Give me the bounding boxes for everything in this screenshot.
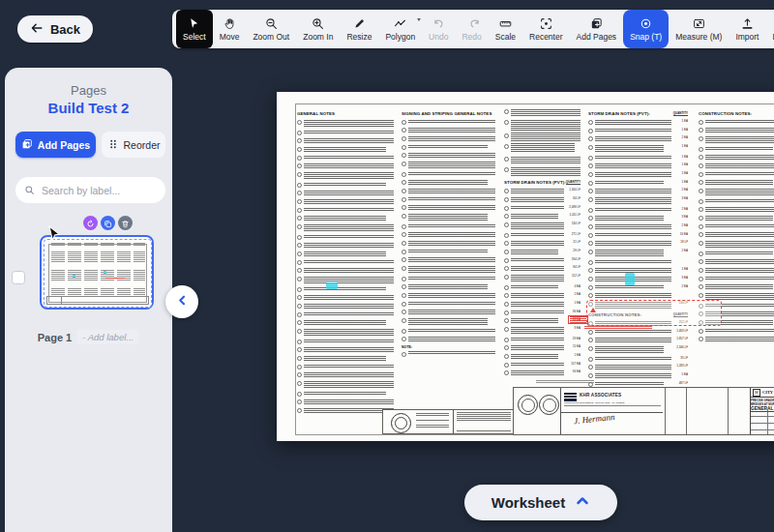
- note-row: [297, 138, 394, 144]
- document-sheet[interactable]: GENERAL NOTES SIGNING AND STRIPING GENER…: [277, 92, 774, 441]
- reorder-button-label: Reorder: [124, 139, 161, 151]
- search-box[interactable]: [15, 177, 165, 203]
- toolbar-item-label: Import: [735, 32, 759, 42]
- ruler-icon: [499, 16, 512, 31]
- note-row: 1 EA: [588, 129, 688, 133]
- page-thumbnail[interactable]: [40, 235, 154, 310]
- cyan-highlight-annotation[interactable]: [625, 273, 635, 285]
- note-row: [402, 318, 495, 326]
- note-row: [402, 172, 495, 177]
- search-input[interactable]: [40, 184, 157, 197]
- page-label-row: Page 1 - Add label...: [5, 330, 172, 344]
- note-row: [297, 208, 394, 213]
- notes-column-storm-drain-2: STORM DRAIN NOTES (PVT):QUANTITY1 EA1 EA…: [588, 109, 688, 423]
- page-select-checkbox[interactable]: [12, 271, 25, 284]
- note-row: [699, 216, 774, 222]
- note-row: [699, 241, 774, 249]
- toolbar-item-label: Measure (M): [675, 32, 722, 42]
- note-row: 1 EA: [588, 172, 688, 178]
- measure-icon: [693, 16, 705, 31]
- note-row: 84 LF: [504, 266, 580, 272]
- thumbnail-actions: [83, 216, 133, 230]
- back-button-label: Back: [50, 22, 80, 37]
- note-row: [699, 329, 774, 334]
- grid-dots-icon: [107, 138, 119, 152]
- snap-icon: [640, 16, 652, 31]
- agency-block: M CITY OF MURRIETA PRECISE GRADING & DRA…: [750, 388, 774, 434]
- thumbnail-delete-button[interactable]: [118, 216, 133, 230]
- note-row: [297, 312, 394, 317]
- chevron-left-icon: [175, 293, 190, 311]
- zoom-in-icon: [312, 16, 324, 31]
- note-row: [297, 399, 394, 405]
- cursor-icon: [188, 16, 200, 31]
- recenter-icon: [540, 16, 552, 31]
- toolbar-item-resize[interactable]: Resize: [340, 10, 378, 48]
- note-row: 8 EA: [504, 327, 580, 335]
- note-row: 157 EA: [504, 363, 580, 368]
- note-row: 1,463 LF: [588, 330, 688, 335]
- page-thumbnail-preview: [44, 239, 152, 308]
- thumbnail-duplicate-button[interactable]: [101, 216, 115, 230]
- note-row: [297, 365, 394, 369]
- toolbar-item-zoom-out[interactable]: Zoom Out: [246, 10, 296, 48]
- note-row: [699, 172, 774, 177]
- back-button[interactable]: Back: [17, 15, 93, 43]
- trash-icon: [121, 215, 130, 232]
- add-label-field[interactable]: - Add label...: [76, 330, 139, 344]
- toolbar-item-label: Polygon: [385, 32, 415, 42]
- note-row: [699, 268, 774, 274]
- toolbar-item-import[interactable]: Import: [729, 10, 765, 48]
- toolbar-item-polygon[interactable]: Polygon: [378, 10, 422, 48]
- toolbar-item-snap[interactable]: Snap (T): [623, 10, 669, 48]
- toolbar-item-recenter[interactable]: Recenter: [522, 10, 570, 48]
- note-row: 2 EA: [588, 250, 688, 257]
- note-row: [402, 189, 495, 194]
- mini-cyan-highlight: [73, 275, 75, 278]
- note-row: [402, 145, 495, 150]
- add-pages-button[interactable]: Add Pages: [15, 132, 96, 158]
- note-row: [297, 120, 394, 128]
- thumbnail-rotate-button[interactable]: [83, 216, 98, 230]
- note-row: [402, 351, 495, 356]
- signature: J. Hermann: [574, 412, 615, 426]
- toolbar-item-select[interactable]: Select: [176, 10, 213, 48]
- engineer-seal-icon: [539, 395, 559, 415]
- engineer-seal-icon: [518, 395, 538, 415]
- note-row: [297, 183, 394, 188]
- reorder-button[interactable]: Reorder: [102, 132, 165, 158]
- note-row: [504, 133, 580, 140]
- note-label: NOTE:: [402, 345, 495, 349]
- note-row: [699, 128, 774, 133]
- note-row: 271 LF: [504, 233, 580, 238]
- toolbar-item-measure[interactable]: Measure (M): [669, 10, 729, 48]
- firm-tagline: CONSULTING ENGINEERS · SURVEYORS · PLANN…: [564, 401, 624, 404]
- note-row: [297, 304, 394, 310]
- toolbar-item-move[interactable]: Move: [213, 10, 247, 48]
- note-row: 2 EA: [588, 224, 688, 230]
- note-row: 112 LF: [504, 275, 580, 282]
- note-row: [699, 284, 774, 290]
- note-row: [402, 302, 495, 307]
- worksheet-label: Worksheet: [491, 494, 565, 511]
- note-row: [402, 136, 495, 142]
- worksheet-toggle-button[interactable]: Worksheet: [464, 485, 617, 520]
- sidebar-collapse-button[interactable]: [165, 285, 198, 318]
- toolbar-item-download[interactable]: Download: [765, 10, 774, 48]
- toolbar-item-add-pages[interactable]: Add Pages: [570, 10, 624, 48]
- cyan-highlight-annotation[interactable]: [326, 282, 338, 289]
- note-row: [297, 277, 394, 284]
- note-row: [699, 155, 774, 161]
- note-row: [297, 251, 394, 257]
- note-row: [402, 205, 495, 211]
- note-row: 18 LF: [588, 241, 688, 247]
- underground-service-alert-block: [382, 409, 515, 434]
- toolbar-item-scale[interactable]: Scale: [489, 10, 522, 48]
- toolbar-item-zoom-in[interactable]: Zoom In: [296, 10, 340, 48]
- note-row: [402, 293, 495, 299]
- usa-stamp-icon: [391, 413, 411, 433]
- sidebar-title: Pages: [5, 83, 172, 98]
- note-row: [402, 337, 495, 342]
- note-row: [402, 284, 495, 290]
- red-markup-box[interactable]: [586, 300, 722, 326]
